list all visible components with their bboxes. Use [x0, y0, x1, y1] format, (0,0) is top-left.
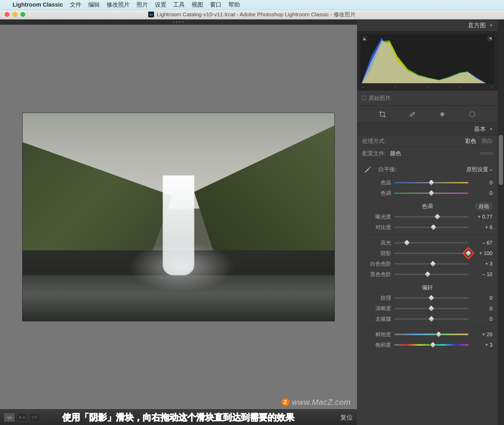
- window-controls: [0, 12, 25, 17]
- photo-preview[interactable]: [23, 113, 334, 321]
- menubar-app-name[interactable]: Lightroom Classic: [13, 1, 63, 8]
- texture-slider-row: 纹理0: [362, 293, 492, 303]
- highlights-value[interactable]: – 67: [471, 240, 492, 246]
- histogram-panel-header[interactable]: 直方图 ▼: [357, 19, 498, 32]
- menu-photo[interactable]: 照片: [136, 1, 148, 9]
- menu-view[interactable]: 视图: [192, 1, 203, 9]
- original-photo-toggle[interactable]: 原始照片: [357, 91, 498, 106]
- minimize-icon[interactable]: [13, 12, 17, 17]
- dehaze-slider[interactable]: [394, 318, 468, 320]
- heal-tool-icon[interactable]: [407, 109, 417, 119]
- exposure-slider-thumb[interactable]: [434, 213, 440, 220]
- before-after-split-button[interactable]: Y|Y: [29, 413, 40, 422]
- saturation-slider-thumb[interactable]: [429, 341, 436, 348]
- annotation-caption: 使用「阴影」滑块，向右拖动这个滑块直到达到需要的效果: [62, 411, 295, 423]
- menu-window[interactable]: 窗口: [210, 1, 222, 9]
- vibrance-slider-row: 鲜艳度+ 20: [362, 329, 492, 340]
- tint-value[interactable]: 0: [471, 190, 492, 196]
- blacks-slider-thumb[interactable]: [424, 271, 431, 277]
- tint-slider-row: 色调0: [362, 188, 492, 198]
- blacks-slider[interactable]: [394, 273, 468, 276]
- profile-label: 配置文件:: [362, 150, 386, 157]
- clarity-slider-thumb[interactable]: [428, 305, 434, 312]
- clarity-slider[interactable]: [394, 307, 468, 310]
- watermark: Z www.MacZ.com: [281, 398, 351, 407]
- texture-value[interactable]: 0: [471, 295, 492, 301]
- basic-title: 基本: [474, 125, 486, 133]
- treatment-bw[interactable]: 黑白: [481, 137, 492, 145]
- vibrance-slider[interactable]: [394, 333, 468, 336]
- exposure-slider[interactable]: [394, 215, 468, 218]
- blacks-label: 黑色色阶: [362, 271, 391, 278]
- close-icon[interactable]: [5, 12, 9, 17]
- vibrance-value[interactable]: + 20: [471, 331, 492, 338]
- exposure-label: 曝光度: [362, 213, 391, 220]
- texture-slider-thumb[interactable]: [428, 294, 434, 301]
- menu-settings[interactable]: 设置: [155, 1, 166, 9]
- highlights-slider-thumb[interactable]: [403, 239, 410, 246]
- right-panel-scrollbar[interactable]: [498, 19, 504, 425]
- whites-slider[interactable]: [394, 262, 468, 265]
- mac-menubar: Lightroom Classic 文件 编辑 修改照片 照片 设置 工具 视图…: [0, 0, 504, 9]
- redeye-tool-icon[interactable]: [437, 109, 447, 119]
- menu-tools[interactable]: 工具: [173, 1, 185, 9]
- lightroom-badge-icon: Lr: [148, 12, 154, 17]
- loupe-view-button[interactable]: ▭: [4, 413, 15, 422]
- temp-slider-thumb[interactable]: [428, 179, 434, 186]
- blacks-slider-row: 黑色色阶– 10: [362, 269, 492, 279]
- treatment-color[interactable]: 彩色: [465, 137, 476, 145]
- original-photo-label: 原始照片: [369, 94, 391, 102]
- contrast-value[interactable]: + 6: [471, 224, 492, 230]
- tint-slider[interactable]: [394, 192, 468, 194]
- temp-slider-row: 色温0: [362, 177, 492, 188]
- saturation-label: 饱和度: [362, 341, 391, 349]
- contrast-slider-thumb[interactable]: [430, 224, 437, 230]
- scroll-thumb[interactable]: [499, 135, 503, 185]
- crop-tool-icon[interactable]: [377, 109, 387, 119]
- shadows-slider[interactable]: [394, 252, 468, 255]
- temp-slider[interactable]: [394, 181, 468, 184]
- svg-rect-0: [410, 112, 415, 117]
- saturation-slider-row: 饱和度+ 3: [362, 340, 492, 350]
- basic-panel-header[interactable]: 基本 ▼: [357, 123, 498, 135]
- dehaze-slider-thumb[interactable]: [428, 315, 434, 322]
- vibrance-slider-thumb[interactable]: [435, 331, 442, 338]
- whites-value[interactable]: + 3: [471, 261, 492, 267]
- histogram[interactable]: ◣ ◥: [361, 35, 494, 84]
- whites-slider-thumb[interactable]: [429, 260, 436, 267]
- texture-slider[interactable]: [394, 297, 468, 299]
- clarity-slider-row: 清晰度0: [362, 303, 492, 314]
- temp-value[interactable]: 0: [471, 180, 492, 186]
- shadows-slider-thumb[interactable]: [465, 250, 471, 256]
- before-after-yy-button[interactable]: B A: [17, 413, 27, 422]
- menu-edit[interactable]: 编辑: [88, 1, 100, 9]
- exposure-value[interactable]: + 0.77: [471, 214, 492, 220]
- wb-preset-dropdown[interactable]: 原照设置: [466, 166, 492, 173]
- top-panel-collapse-handle[interactable]: ▼▼▼▼: [0, 19, 357, 25]
- tint-slider-thumb[interactable]: [428, 190, 434, 196]
- blacks-value[interactable]: – 10: [471, 271, 492, 277]
- profile-value[interactable]: 颜色: [390, 150, 401, 157]
- profile-browser-icon[interactable]: [481, 152, 492, 154]
- clarity-value[interactable]: 0: [471, 305, 492, 312]
- highlights-label: 高光: [362, 239, 391, 246]
- saturation-value[interactable]: + 3: [471, 342, 492, 348]
- exposure-slider-row: 曝光度+ 0.77: [362, 211, 492, 222]
- highlights-slider[interactable]: [394, 241, 468, 244]
- saturation-slider[interactable]: [394, 344, 468, 346]
- menu-develop[interactable]: 修改照片: [107, 1, 130, 9]
- contrast-slider[interactable]: [394, 226, 468, 229]
- reset-button[interactable]: 复位: [340, 413, 353, 422]
- masking-tool-icon[interactable]: [467, 109, 477, 119]
- auto-tone-button[interactable]: 自动: [475, 203, 492, 210]
- zoom-icon[interactable]: [20, 12, 25, 17]
- menu-file[interactable]: 文件: [70, 1, 81, 9]
- checkbox-icon: [362, 96, 366, 100]
- dehaze-value[interactable]: 0: [471, 316, 492, 322]
- dehaze-label: 去朦胧: [362, 315, 391, 323]
- contrast-slider-row: 对比度+ 6: [362, 222, 492, 232]
- shadows-value[interactable]: + 100: [471, 250, 492, 256]
- wb-eyedropper-icon[interactable]: [362, 164, 374, 175]
- menu-help[interactable]: 帮助: [228, 1, 240, 9]
- watermark-text: www.MacZ.com: [292, 398, 351, 407]
